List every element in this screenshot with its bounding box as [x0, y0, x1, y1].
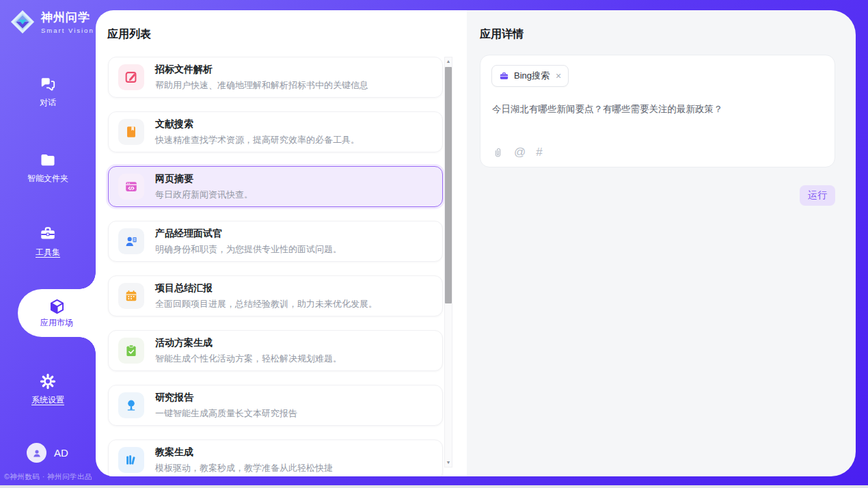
sidebar: 神州问学 Smart Vision 对话 智能文件夹 工具	[0, 0, 96, 488]
hash-icon: #	[536, 146, 542, 159]
research-icon	[118, 392, 144, 418]
scroll-up-button[interactable]: ▲	[445, 57, 452, 66]
paperclip-icon	[492, 147, 504, 159]
list-item-event-plan[interactable]: 活动方案生成 智能生成个性化活动方案，轻松解决规划难题。	[108, 330, 443, 371]
clipboard-check-icon	[118, 338, 144, 364]
folder-icon	[39, 151, 57, 169]
avatar	[27, 443, 46, 463]
list-item-project-summary[interactable]: 项目总结汇报 全面回顾项目进展，总结经验教训，助力未来优化发展。	[108, 275, 443, 316]
books-icon	[118, 447, 144, 473]
list-item-bid-doc-parse[interactable]: 招标文件解析 帮助用户快速、准确地理解和解析招标书中的关键信息	[108, 57, 443, 98]
mention-button[interactable]: @	[514, 146, 526, 159]
app-desc: 明确身份和职责，为您提供专业性的面试问题。	[155, 243, 342, 256]
briefcase-icon	[499, 71, 509, 81]
copyright-footer: ©神州数码 · 神州问学出品	[4, 472, 96, 482]
user-account[interactable]: AD	[27, 443, 68, 463]
topic-button[interactable]: #	[536, 146, 542, 159]
brand-diamond-icon	[10, 9, 36, 35]
sidebar-item-chat[interactable]: 对话	[0, 75, 96, 109]
sidebar-item-label: 系统设置	[0, 394, 96, 406]
app-title: 产品经理面试官	[155, 228, 342, 240]
attach-file-button[interactable]	[492, 147, 504, 159]
scroll-down-button[interactable]: ▼	[445, 459, 452, 467]
list-item-research-report[interactable]: 研究报告 一键智能生成高质量长文本研究报告	[108, 385, 443, 426]
app-list-title: 应用列表	[107, 27, 151, 42]
app-detail-panel: 应用详情 Bing搜索 × 今日湖北有哪些新闻要点？有哪些需要关注的最新政策？	[467, 10, 856, 476]
app-list-panel: 应用列表 招标文件解析 帮助用户快速、准确地理解和解析招标书中的关键信息	[96, 10, 467, 476]
app-title: 教案生成	[155, 446, 333, 459]
window-bottom-edge	[0, 485, 868, 488]
list-item-pm-interviewer[interactable]: 产品经理面试官 明确身份和职责，为您提供专业性的面试问题。	[108, 221, 443, 262]
list-item-lesson-plan[interactable]: 教案生成 模板驱动，教案秒成，教学准备从此轻松快捷	[108, 439, 443, 476]
doc-edit-icon	[118, 64, 144, 90]
app-list: 招标文件解析 帮助用户快速、准确地理解和解析招标书中的关键信息 文献搜索 快速精…	[108, 57, 443, 476]
app-desc: 智能生成个性化活动方案，轻松解决规划难题。	[155, 353, 342, 365]
run-button[interactable]: 运行	[800, 185, 835, 206]
book-icon	[118, 119, 144, 145]
app-desc: 一键智能生成高质量长文本研究报告	[155, 407, 297, 420]
interviewer-icon	[118, 228, 144, 254]
brand-subtitle: Smart Vision	[41, 27, 94, 34]
app-desc: 快速精准查找学术资源，提高研究效率的必备工具。	[155, 134, 360, 146]
prompt-card: Bing搜索 × 今日湖北有哪些新闻要点？有哪些需要关注的最新政策？ @ #	[480, 55, 835, 167]
brand-name: 神州问学	[41, 10, 94, 25]
app-desc: 每日政府新闻资讯快查。	[155, 189, 253, 201]
app-title: 项目总结汇报	[155, 282, 377, 295]
tool-chip-bing-search[interactable]: Bing搜索 ×	[491, 65, 569, 87]
app-title: 招标文件解析	[155, 64, 368, 76]
user-initials: AD	[54, 447, 68, 459]
list-scrollbar[interactable]: ▲ ▼	[444, 57, 452, 467]
sidebar-item-label: 工具集	[0, 247, 96, 258]
app-desc: 全面回顾项目进展，总结经验教训，助力未来优化发展。	[155, 298, 377, 310]
list-item-web-summary[interactable]: 网页摘要 每日政府新闻资讯快查。	[108, 166, 443, 207]
list-item-literature-search[interactable]: 文献搜索 快速精准查找学术资源，提高研究效率的必备工具。	[108, 111, 443, 152]
active-tab-notch-top	[79, 273, 96, 289]
calendar-icon	[118, 283, 144, 309]
user-icon	[31, 447, 43, 459]
content-panel: 应用列表 招标文件解析 帮助用户快速、准确地理解和解析招标书中的关键信息	[96, 10, 856, 476]
sidebar-item-app-market[interactable]: 应用市场	[18, 289, 96, 337]
app-detail-title: 应用详情	[480, 27, 524, 42]
tool-chip-label: Bing搜索	[514, 70, 550, 82]
cube-icon	[49, 298, 66, 315]
gear-icon	[39, 372, 57, 390]
scrollbar-thumb[interactable]	[445, 67, 452, 303]
app-title: 研究报告	[155, 392, 297, 404]
brand-logo: 神州问学 Smart Vision	[10, 9, 94, 35]
app-desc: 帮助用户快速、准确地理解和解析招标书中的关键信息	[155, 79, 368, 92]
sidebar-item-smart-folder[interactable]: 智能文件夹	[0, 151, 96, 185]
app-title: 文献搜索	[155, 118, 360, 131]
sidebar-item-settings[interactable]: 系统设置	[0, 372, 96, 406]
attachment-toolbar: @ #	[492, 146, 543, 159]
chat-icon	[39, 75, 57, 93]
at-icon: @	[514, 146, 526, 159]
toolbox-icon	[39, 225, 57, 243]
app-title: 活动方案生成	[155, 337, 342, 349]
close-icon[interactable]: ×	[556, 71, 561, 81]
sidebar-item-label: 智能文件夹	[0, 173, 96, 185]
brand-text: 神州问学 Smart Vision	[41, 10, 94, 34]
active-tab-notch-bottom	[79, 337, 96, 353]
prompt-input[interactable]: 今日湖北有哪些新闻要点？有哪些需要关注的最新政策？	[492, 103, 824, 116]
sidebar-item-label: 应用市场	[40, 317, 73, 329]
app-desc: 模板驱动，教案秒成，教学准备从此轻松快捷	[155, 462, 333, 474]
sidebar-item-label: 对话	[0, 97, 96, 109]
web-summary-icon	[118, 174, 144, 200]
sidebar-item-toolset[interactable]: 工具集	[0, 225, 96, 258]
app-title: 网页摘要	[155, 173, 253, 185]
